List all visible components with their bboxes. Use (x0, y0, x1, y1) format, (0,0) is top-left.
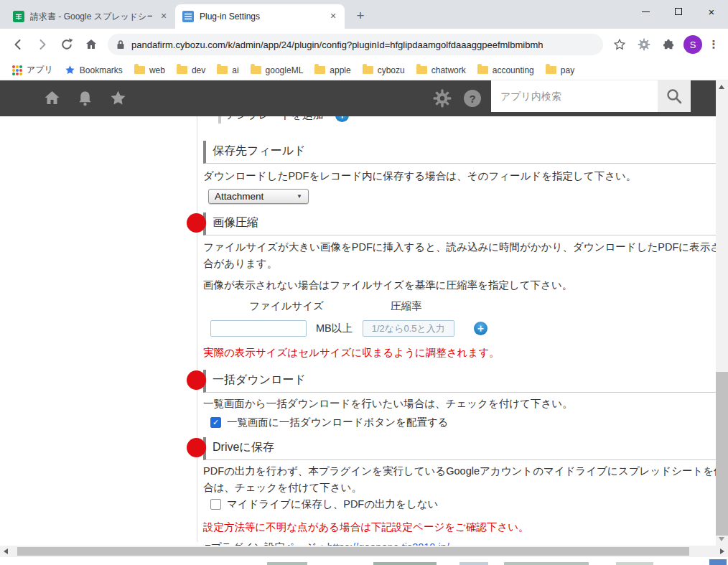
section-drive-save: Driveに保存 (203, 437, 716, 460)
content-peek (267, 562, 307, 565)
section-title: 画像圧縮 (213, 216, 258, 228)
file-size-input[interactable] (210, 320, 307, 337)
content-peek (616, 562, 653, 565)
content-peek (504, 562, 589, 565)
checkbox-label: マイドライブに保存し、PDFの出力をしない (227, 498, 438, 511)
bookmark-star-icon[interactable] (610, 34, 630, 55)
folder-label: web (149, 65, 165, 75)
checkbox-label: 一覧画面に一括ダウンロードボタンを配置する (227, 416, 449, 429)
file-size-label: ファイルサイズ (249, 299, 324, 313)
mb-suffix-label: MB以上 (316, 322, 353, 335)
dropdown-value: Attachment (215, 191, 263, 202)
settings-gear-icon[interactable] (432, 88, 452, 108)
home-icon[interactable] (42, 89, 62, 108)
bookmark-folder-cybozu[interactable]: cybozu (358, 62, 410, 78)
footer-warning: 設定方法等に不明な点がある場合は下記設定ページをご確認下さい。 (203, 520, 716, 534)
minimize-button[interactable] (629, 0, 662, 23)
tab-close-icon[interactable]: × (158, 11, 169, 22)
folder-icon (314, 66, 325, 74)
image-compression-description2: 画像が表示されない場合はファイルサイズを基準に圧縮率を指定して下さい。 (203, 277, 716, 294)
bookmark-item-bookmarks[interactable]: Bookmarks (60, 62, 128, 78)
compression-ratio-input[interactable] (363, 320, 454, 337)
display-size-warning: 実際の表示サイズはセルサイズに収まるように調整されます。 (203, 346, 716, 360)
vertical-scrollbar[interactable] (716, 80, 728, 546)
window-controls: × (629, 0, 728, 23)
section-marker-red-circle (187, 438, 206, 457)
folder-icon (477, 66, 488, 74)
bookmarks-bar: アプリ Bookmarks web dev ai googleML apple … (0, 60, 728, 80)
scroll-left-arrow-icon[interactable] (4, 548, 8, 554)
minimize-icon (642, 11, 650, 12)
folder-label: pay (561, 65, 574, 75)
maximize-button[interactable] (662, 0, 695, 23)
indent-bar (218, 116, 221, 123)
new-tab-button[interactable]: + (350, 6, 370, 26)
url-text: pandafirm.cybozu.com/k/admin/app/24/plug… (131, 39, 543, 50)
drive-save-description: PDFの出力を行わず、本プラグインを実行しているGoogleアカウントのマイドラ… (203, 463, 716, 496)
scroll-down-arrow-icon[interactable] (719, 537, 724, 541)
bookmark-folder-pay[interactable]: pay (541, 62, 579, 78)
forward-button[interactable] (32, 34, 52, 55)
add-compression-rule-button[interactable]: ＋ (474, 322, 487, 335)
content-peek (459, 562, 488, 565)
bulk-download-checkbox[interactable]: ✓ (210, 417, 221, 428)
content-peek (709, 559, 727, 565)
drive-save-checkbox[interactable]: ✓ (210, 499, 221, 510)
bookmark-folder-ai[interactable]: ai (212, 62, 243, 78)
profile-avatar[interactable]: S (683, 35, 702, 54)
vertical-scrollbar-thumb[interactable] (716, 372, 728, 536)
folder-icon (416, 66, 427, 74)
plugin-settings-page: テンプレートを追加 ＋ 保存先フィールド ダウンロードしたPDFをレコード内に保… (0, 116, 716, 546)
chrome-menu-button[interactable]: ⋮ (705, 34, 722, 55)
left-divider (197, 116, 197, 542)
extensions-puzzle-icon[interactable] (658, 34, 678, 55)
tab-close-icon[interactable]: × (327, 11, 339, 22)
horizontal-scrollbar[interactable] (0, 546, 728, 557)
bookmark-folder-web[interactable]: web (129, 62, 170, 78)
folder-icon (217, 66, 228, 74)
folder-label: chatwork (431, 65, 466, 75)
back-button[interactable] (8, 34, 28, 55)
browser-window: 請求書 - Google スプレッドシート × Plug-in Settings… (0, 0, 728, 565)
apps-shortcut[interactable]: アプリ (7, 62, 58, 78)
reload-button[interactable] (57, 34, 77, 55)
folder-label: accounting (493, 65, 534, 75)
compression-ratio-label: 圧縮率 (391, 299, 422, 313)
help-icon[interactable]: ? (464, 90, 481, 107)
favorites-star-icon[interactable] (108, 89, 128, 108)
bookmark-folder-accounting[interactable]: accounting (472, 62, 539, 78)
bookmark-folder-chatwork[interactable]: chatwork (411, 62, 471, 78)
add-template-button[interactable]: ＋ (335, 116, 349, 122)
bottom-content-peek (0, 557, 728, 565)
folder-label: googleML (266, 65, 304, 75)
tab-google-sheets[interactable]: 請求書 - Google スプレッドシート × (6, 4, 175, 29)
hamburger-menu-icon[interactable] (9, 91, 28, 106)
tab-plugin-settings[interactable]: Plug-in Settings × (175, 4, 345, 29)
extension-gear-icon[interactable] (634, 34, 654, 55)
notifications-bell-icon[interactable] (76, 89, 94, 108)
url-bar[interactable]: pandafirm.cybozu.com/k/admin/app/24/plug… (108, 34, 603, 55)
app-search (491, 80, 691, 112)
bookmark-folder-dev[interactable]: dev (172, 62, 210, 78)
content-peek (373, 562, 437, 565)
chevron-down-icon: ▼ (297, 193, 302, 200)
save-field-description: ダウンロードしたPDFをレコード内に保存する場合は、そのフィールドを指定して下さ… (203, 168, 716, 185)
section-title: Driveに保存 (213, 441, 274, 453)
save-field-dropdown[interactable]: Attachment ▼ (208, 189, 309, 204)
home-button[interactable] (81, 34, 101, 55)
bookmark-folder-googleml[interactable]: googleML (246, 62, 309, 78)
folder-icon (134, 66, 145, 74)
folder-icon (363, 66, 373, 74)
scroll-right-arrow-icon[interactable] (720, 548, 724, 554)
folder-label: dev (192, 65, 205, 75)
close-window-button[interactable]: × (695, 0, 728, 23)
search-button[interactable] (658, 80, 691, 112)
app-search-input[interactable] (491, 80, 658, 112)
bookmark-folder-apple[interactable]: apple (309, 62, 355, 78)
blue-star-icon (65, 65, 75, 75)
bulk-download-description: 一覧画面から一括ダウンロードを行いたい場合は、チェックを付けて下さい。 (203, 396, 716, 412)
horizontal-scrollbar-thumb[interactable] (17, 547, 689, 556)
template-add-row: テンプレートを追加 ＋ (203, 116, 716, 123)
scroll-up-arrow-icon[interactable] (719, 85, 724, 89)
section-bulk-download: 一括ダウンロード (203, 370, 716, 393)
